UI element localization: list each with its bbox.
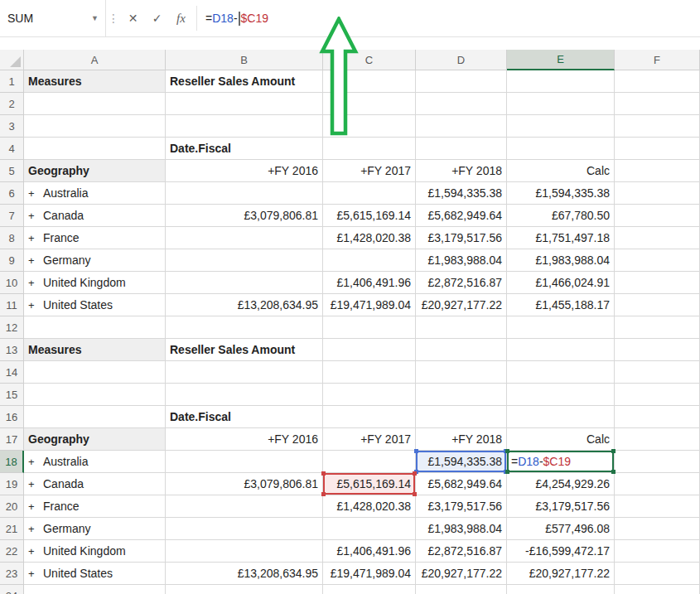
cell-F6[interactable] bbox=[615, 182, 700, 205]
cell-C23[interactable]: £19,471,989.04 bbox=[323, 563, 416, 585]
cell-C24[interactable] bbox=[323, 585, 416, 594]
expand-button[interactable]: + bbox=[28, 567, 36, 580]
expand-button[interactable]: + bbox=[28, 523, 36, 535]
cell-F17[interactable] bbox=[615, 428, 700, 451]
cell-B23[interactable]: £13,208,634.95 bbox=[166, 563, 323, 585]
cell-D11[interactable]: £20,927,177.22 bbox=[416, 294, 507, 316]
cell-E8[interactable]: £1,751,497.18 bbox=[507, 227, 615, 249]
expand-button[interactable]: + bbox=[28, 210, 36, 222]
cell-C9[interactable] bbox=[323, 249, 416, 272]
cell-F21[interactable] bbox=[615, 518, 700, 540]
expand-button[interactable]: + bbox=[28, 456, 36, 468]
cell-A1[interactable]: Measures bbox=[24, 70, 166, 93]
cell-A16[interactable] bbox=[24, 406, 166, 428]
cell-C8[interactable]: £1,428,020.38 bbox=[323, 227, 416, 249]
cell-D16[interactable] bbox=[416, 406, 507, 428]
cell-D3[interactable] bbox=[416, 115, 507, 138]
row-header-14[interactable]: 14 bbox=[0, 361, 24, 384]
cell-E15[interactable] bbox=[507, 384, 615, 406]
cell-A9[interactable]: +Germany bbox=[24, 249, 166, 272]
cell-C12[interactable] bbox=[323, 316, 416, 339]
cell-E11[interactable]: £1,455,188.17 bbox=[507, 294, 615, 316]
row-header-2[interactable]: 2 bbox=[0, 93, 24, 115]
cell-C2[interactable] bbox=[323, 93, 416, 115]
cell-C20[interactable]: £1,428,020.38 bbox=[323, 495, 416, 518]
row-header-13[interactable]: 13 bbox=[0, 339, 24, 361]
column-header-B[interactable]: B bbox=[166, 50, 323, 70]
cell-D4[interactable] bbox=[416, 138, 507, 160]
cell-E16[interactable] bbox=[507, 406, 615, 428]
cell-F20[interactable] bbox=[615, 495, 700, 518]
cell-B8[interactable] bbox=[166, 227, 323, 249]
cell-B5[interactable]: +FY 2016 bbox=[166, 160, 323, 182]
cell-F10[interactable] bbox=[615, 272, 700, 294]
cell-F1[interactable] bbox=[615, 70, 700, 93]
cell-E5[interactable]: Calc bbox=[507, 160, 615, 182]
cell-F5[interactable] bbox=[615, 160, 700, 182]
cell-B22[interactable] bbox=[166, 540, 323, 563]
cell-B10[interactable] bbox=[166, 272, 323, 294]
cell-A7[interactable]: +Canada bbox=[24, 205, 166, 227]
cell-D7[interactable]: £5,682,949.64 bbox=[416, 205, 507, 227]
cell-E6[interactable]: £1,594,335.38 bbox=[507, 182, 615, 205]
cell-F16[interactable] bbox=[615, 406, 700, 428]
cell-B4[interactable]: Date.Fiscal bbox=[166, 138, 323, 160]
cell-D15[interactable] bbox=[416, 384, 507, 406]
cell-E18[interactable]: =D18-$C19 bbox=[507, 451, 615, 473]
cell-C5[interactable]: +FY 2017 bbox=[323, 160, 416, 182]
cell-E17[interactable]: Calc bbox=[507, 428, 615, 451]
cell-F12[interactable] bbox=[615, 316, 700, 339]
cell-E7[interactable]: £67,780.50 bbox=[507, 205, 615, 227]
cell-C6[interactable] bbox=[323, 182, 416, 205]
insert-function-icon[interactable]: fx bbox=[169, 0, 193, 36]
cell-A10[interactable]: +United Kingdom bbox=[24, 272, 166, 294]
cell-F19[interactable] bbox=[615, 473, 700, 495]
cell-D23[interactable]: £20,927,177.22 bbox=[416, 563, 507, 585]
row-header-12[interactable]: 12 bbox=[0, 316, 24, 339]
cell-A24[interactable] bbox=[24, 585, 166, 594]
cell-A13[interactable]: Measures bbox=[24, 339, 166, 361]
cell-C13[interactable] bbox=[323, 339, 416, 361]
formula-bar-resize-handle[interactable]: ⋮ bbox=[106, 0, 121, 36]
cell-A22[interactable]: +United Kingdom bbox=[24, 540, 166, 563]
cell-E9[interactable]: £1,983,988.04 bbox=[507, 249, 615, 272]
cell-B16[interactable]: Date.Fiscal bbox=[166, 406, 323, 428]
expand-button[interactable]: + bbox=[28, 500, 36, 513]
cell-B14[interactable] bbox=[166, 361, 323, 384]
cell-E24[interactable] bbox=[507, 585, 615, 594]
cell-F7[interactable] bbox=[615, 205, 700, 227]
column-header-A[interactable]: A bbox=[24, 50, 166, 70]
cell-F4[interactable] bbox=[615, 138, 700, 160]
cell-E21[interactable]: £577,496.08 bbox=[507, 518, 615, 540]
cell-B2[interactable] bbox=[166, 93, 323, 115]
expand-button[interactable]: + bbox=[28, 187, 36, 200]
expand-button[interactable]: + bbox=[28, 232, 36, 244]
cell-E19[interactable]: £4,254,929.26 bbox=[507, 473, 615, 495]
cell-B11[interactable]: £13,208,634.95 bbox=[166, 294, 323, 316]
expand-button[interactable]: + bbox=[28, 254, 36, 267]
row-header-10[interactable]: 10 bbox=[0, 272, 24, 294]
cell-D1[interactable] bbox=[416, 70, 507, 93]
formula-input[interactable]: =D18-$C19 bbox=[202, 0, 700, 36]
row-header-1[interactable]: 1 bbox=[0, 70, 24, 93]
cell-D10[interactable]: £2,872,516.87 bbox=[416, 272, 507, 294]
expand-button[interactable]: + bbox=[28, 545, 36, 558]
cell-C7[interactable]: £5,615,169.14 bbox=[323, 205, 416, 227]
cell-B19[interactable]: £3,079,806.81 bbox=[166, 473, 323, 495]
row-header-11[interactable]: 11 bbox=[0, 294, 24, 316]
cell-B15[interactable] bbox=[166, 384, 323, 406]
cell-B3[interactable] bbox=[166, 115, 323, 138]
row-header-24[interactable]: 24 bbox=[0, 585, 24, 594]
cell-C16[interactable] bbox=[323, 406, 416, 428]
cell-B17[interactable]: +FY 2016 bbox=[166, 428, 323, 451]
cell-D20[interactable]: £3,179,517.56 bbox=[416, 495, 507, 518]
cell-C11[interactable]: £19,471,989.04 bbox=[323, 294, 416, 316]
cell-D24[interactable] bbox=[416, 585, 507, 594]
row-header-8[interactable]: 8 bbox=[0, 227, 24, 249]
cell-E2[interactable] bbox=[507, 93, 615, 115]
row-header-22[interactable]: 22 bbox=[0, 540, 24, 563]
column-header-F[interactable]: F bbox=[615, 50, 700, 70]
cell-B12[interactable] bbox=[166, 316, 323, 339]
cell-E10[interactable]: £1,466,024.91 bbox=[507, 272, 615, 294]
cell-C10[interactable]: £1,406,491.96 bbox=[323, 272, 416, 294]
